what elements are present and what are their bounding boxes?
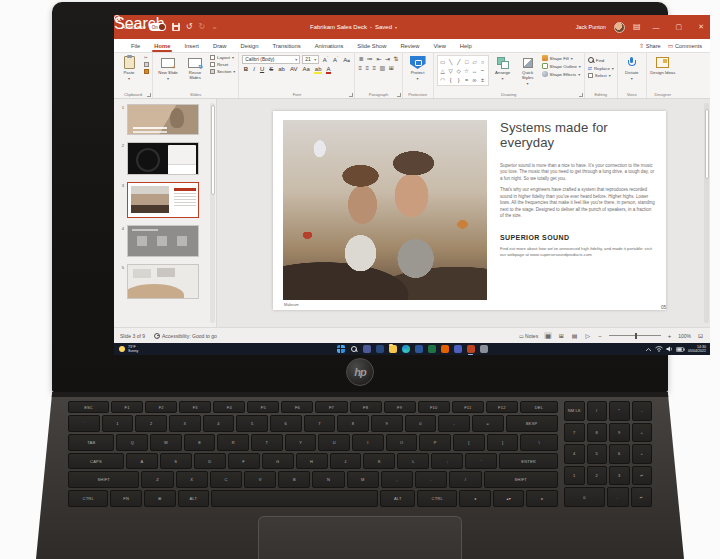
canvas-scrollbar[interactable] — [704, 103, 709, 323]
undo-icon[interactable]: ↺ — [186, 23, 193, 31]
font-name-select[interactable]: Calibri (Body)▾ — [242, 55, 300, 64]
normal-view-button[interactable]: ▦ — [544, 332, 552, 339]
find-button[interactable]: Find — [588, 57, 614, 63]
strikethrough-button[interactable]: S — [268, 66, 275, 72]
saved-state[interactable]: Saved — [375, 24, 392, 30]
taskbar-icon-edge[interactable] — [402, 345, 410, 353]
zoom-slider[interactable] — [609, 335, 661, 336]
shape-option[interactable]: ∞ — [471, 75, 479, 84]
numbering-button[interactable]: ≔ — [367, 56, 373, 62]
share-button[interactable]: ⇧ Share — [639, 42, 661, 49]
shape-option[interactable]: ☆ — [463, 66, 471, 75]
font-dialog-launcher[interactable] — [349, 93, 353, 97]
tab-animations[interactable]: Animations — [308, 39, 351, 52]
accessibility-checker[interactable]: Accessibility: Good to go — [154, 333, 217, 339]
taskbar-icon-powerpoint[interactable] — [467, 345, 475, 353]
character-spacing-button[interactable]: AV — [288, 66, 299, 72]
taskbar-icon-word[interactable] — [415, 345, 423, 353]
bold-button[interactable]: B — [242, 66, 249, 72]
slideshow-button[interactable]: ▷ — [585, 332, 592, 339]
smartart-button[interactable]: ⊞ — [389, 65, 394, 71]
taskbar-icon-search[interactable] — [350, 345, 358, 353]
fit-to-window-button[interactable]: ⊡ — [697, 332, 704, 339]
wifi-icon[interactable] — [655, 346, 663, 352]
battery-icon[interactable] — [676, 347, 685, 352]
taskbar-clock[interactable]: 14:30 05/04/2022 — [688, 345, 706, 354]
shape-option[interactable]: ○ — [479, 57, 487, 66]
shape-option[interactable]: = — [463, 75, 471, 84]
taskbar-icon-settings[interactable] — [480, 345, 488, 353]
shape-option[interactable]: □ — [463, 57, 471, 66]
align-left-button[interactable]: ≡ — [358, 65, 362, 71]
reset-button[interactable]: Reset — [210, 62, 235, 67]
slide-thumbnail-1[interactable] — [127, 104, 199, 135]
tab-review[interactable]: Review — [393, 39, 426, 52]
shape-option[interactable]: ╲ — [447, 57, 455, 66]
tab-transitions[interactable]: Transitions — [266, 39, 308, 52]
titlebar-overflow-icon[interactable]: ⌄ — [211, 23, 218, 31]
notes-button[interactable]: ▭ Notes — [519, 333, 538, 339]
text-shadow-button[interactable]: ab — [277, 66, 287, 72]
tray-chevron-icon[interactable] — [645, 347, 652, 352]
shapes-gallery[interactable]: ▭╲╱□▱○△▽◇☆↔⌣◠{}=∞± — [437, 55, 489, 86]
section-button[interactable]: Section▾ — [210, 69, 235, 74]
change-case-button[interactable]: Aa — [301, 66, 311, 72]
tab-help[interactable]: Help — [453, 39, 479, 52]
slide-thumbnail-3-selected[interactable] — [127, 182, 199, 218]
tab-insert[interactable]: Insert — [177, 39, 206, 52]
tab-home[interactable]: Home — [147, 39, 177, 52]
shape-option[interactable]: { — [447, 75, 455, 84]
slide-sorter-view-button[interactable]: ⊞ — [558, 332, 565, 339]
protect-button[interactable]: Protect▾ — [406, 55, 430, 81]
shape-option[interactable]: ± — [479, 75, 487, 84]
shape-option[interactable]: ◇ — [455, 66, 463, 75]
taskbar-icon-task-view[interactable] — [363, 345, 371, 353]
shape-option[interactable]: ⌣ — [479, 66, 487, 75]
format-painter-button[interactable] — [144, 69, 149, 74]
select-button[interactable]: Select▾ — [588, 73, 614, 78]
zoom-in-button[interactable]: + — [667, 333, 673, 339]
font-size-select[interactable]: 21▾ — [302, 55, 319, 64]
shape-option[interactable]: ▭ — [439, 57, 447, 66]
close-button[interactable]: ✕ — [694, 23, 708, 31]
system-tray[interactable]: 14:30 05/04/2022 — [645, 345, 706, 354]
arrange-button[interactable]: Arrange▾ — [492, 55, 514, 81]
taskbar-icon-file-explorer[interactable] — [389, 345, 397, 353]
zoom-out-button[interactable]: − — [597, 333, 603, 339]
clear-formatting-button[interactable]: A𝄪 — [342, 57, 352, 63]
slide-thumbnail-4[interactable] — [127, 225, 199, 257]
user-avatar[interactable] — [614, 22, 625, 33]
shape-option[interactable]: ◠ — [439, 75, 447, 84]
current-slide[interactable]: Malorum Systems made for everyday Superi… — [273, 111, 666, 310]
new-slide-button[interactable]: New Slide▾ — [156, 55, 180, 81]
clipboard-dialog-launcher[interactable] — [147, 93, 151, 97]
thumbnail-scrollbar[interactable] — [210, 103, 215, 323]
minimize-button[interactable]: — — [649, 24, 664, 31]
taskbar-icon-excel[interactable] — [428, 345, 436, 353]
comments-button[interactable]: ▭ Comments — [668, 42, 702, 49]
tab-draw[interactable]: Draw — [206, 39, 234, 52]
layout-button[interactable]: Layout▾ — [210, 55, 235, 60]
reading-view-button[interactable]: ▤ — [571, 332, 579, 339]
title-caret-icon[interactable]: ▾ — [395, 25, 397, 30]
underline-button[interactable]: U — [258, 66, 265, 72]
tab-slide-show[interactable]: Slide Show — [350, 39, 393, 52]
font-color-button[interactable]: A — [325, 66, 332, 72]
taskbar-icon-start[interactable] — [337, 345, 345, 353]
cut-button[interactable]: ✂ — [144, 55, 149, 60]
highlight-color-button[interactable]: ab — [313, 66, 323, 72]
weather-widget[interactable]: 73°F Sunny — [119, 345, 138, 354]
speaker-icon[interactable] — [666, 346, 673, 352]
replace-button[interactable]: ⇄Replace▾ — [588, 65, 614, 71]
dictate-button[interactable]: Dictate▾ — [621, 55, 643, 81]
slide-thumbnail-2[interactable] — [127, 142, 199, 175]
ribbon-display-options-icon[interactable]: ▤ — [633, 23, 641, 31]
bullets-button[interactable]: ≣ — [358, 56, 363, 62]
design-ideas-button[interactable]: Design Ideas — [650, 55, 676, 75]
tab-design[interactable]: Design — [233, 39, 265, 52]
tab-file[interactable]: File — [124, 39, 147, 52]
shape-effects-button[interactable]: Shape Effects▾ — [542, 71, 581, 77]
shape-option[interactable]: } — [455, 75, 463, 84]
decrease-indent-button[interactable]: ⇤ — [376, 56, 381, 62]
user-name[interactable]: Jack Punton — [576, 24, 606, 30]
